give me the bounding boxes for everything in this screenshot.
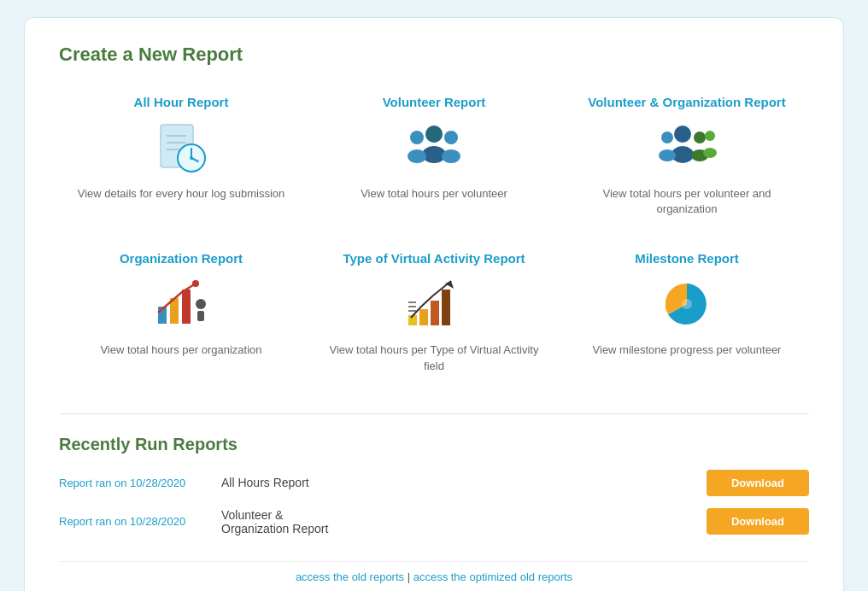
pie-chart-icon <box>657 274 717 334</box>
recent-name-0: All Hours Report <box>221 476 689 489</box>
report-desc-organization: View total hours per organization <box>100 342 261 358</box>
svg-rect-31 <box>431 301 439 325</box>
report-title-milestone[interactable]: Milestone Report <box>635 251 739 266</box>
recent-row-0: Report ran on 10/28/2020 All Hours Repor… <box>59 470 809 496</box>
footer-links: access the old reports | access the opti… <box>59 561 809 583</box>
recent-reports-list: Report ran on 10/28/2020 All Hours Repor… <box>59 470 809 535</box>
report-item-milestone[interactable]: Milestone Report View milestone progress… <box>565 243 809 382</box>
svg-point-10 <box>410 131 424 144</box>
report-item-virtual-activity[interactable]: Type of Virtual Activity Report <box>312 243 556 382</box>
svg-point-27 <box>196 299 206 309</box>
svg-point-17 <box>661 132 673 143</box>
svg-point-22 <box>703 148 717 158</box>
report-item-volunteer-org[interactable]: Volunteer & Organization Report View tot… <box>565 86 809 225</box>
report-item-organization[interactable]: Organization Report View total hours per… <box>59 243 303 382</box>
create-section-title: Create a New Report <box>59 44 809 66</box>
svg-point-13 <box>442 149 460 163</box>
report-item-all-hour[interactable]: All Hour Report View details for every h… <box>59 86 303 225</box>
svg-point-26 <box>192 280 199 287</box>
svg-point-19 <box>694 132 706 143</box>
report-title-organization[interactable]: Organization Report <box>120 251 243 266</box>
svg-point-18 <box>659 149 676 161</box>
growth-chart-icon <box>404 274 464 334</box>
download-btn-1[interactable]: Download <box>707 508 809 535</box>
report-desc-virtual-activity: View total hours per Type of Virtual Act… <box>320 342 548 373</box>
clock-doc-icon <box>151 118 211 178</box>
footer-separator: | <box>408 571 413 583</box>
download-btn-0[interactable]: Download <box>707 470 809 496</box>
report-item-volunteer[interactable]: Volunteer Report View total hours per vo… <box>312 86 556 225</box>
report-desc-all-hour: View details for every hour log submissi… <box>78 186 285 202</box>
recent-row-1: Report ran on 10/28/2020 Volunteer &Orga… <box>59 508 809 535</box>
svg-point-37 <box>682 299 692 309</box>
access-old-reports-link[interactable]: access the old reports <box>296 571 404 583</box>
report-title-volunteer-org[interactable]: Volunteer & Organization Report <box>588 95 785 109</box>
main-card: Create a New Report All Hour Report <box>24 17 844 591</box>
recent-section-title: Recently Run Reports <box>59 435 809 454</box>
report-title-all-hour[interactable]: All Hour Report <box>134 95 229 109</box>
svg-rect-30 <box>419 309 428 325</box>
svg-rect-28 <box>197 311 204 321</box>
svg-point-12 <box>444 131 458 144</box>
access-optimized-reports-link[interactable]: access the optimized old reports <box>413 571 572 583</box>
report-desc-milestone: View milestone progress per volunteer <box>593 342 782 358</box>
volunteers-icon <box>404 118 464 178</box>
reports-grid: All Hour Report View details for every h… <box>59 86 809 383</box>
report-title-volunteer[interactable]: Volunteer Report <box>383 95 486 109</box>
report-desc-volunteer: View total hours per volunteer <box>361 186 507 202</box>
recent-date-0: Report ran on 10/28/2020 <box>59 477 204 489</box>
svg-point-14 <box>425 126 443 143</box>
recent-date-1: Report ran on 10/28/2020 <box>59 515 204 528</box>
bar-chart-icon <box>151 274 211 334</box>
svg-point-15 <box>674 126 691 143</box>
section-divider <box>59 413 809 414</box>
recent-name-1: Volunteer &Organization Report <box>221 508 689 535</box>
svg-point-21 <box>705 131 715 141</box>
svg-rect-25 <box>182 290 191 324</box>
report-desc-volunteer-org: View total hours per volunteer and organ… <box>573 186 801 217</box>
volunteers-org-icon <box>657 118 717 178</box>
svg-point-11 <box>408 149 426 163</box>
svg-rect-32 <box>442 290 450 325</box>
report-title-virtual-activity[interactable]: Type of Virtual Activity Report <box>343 251 525 266</box>
